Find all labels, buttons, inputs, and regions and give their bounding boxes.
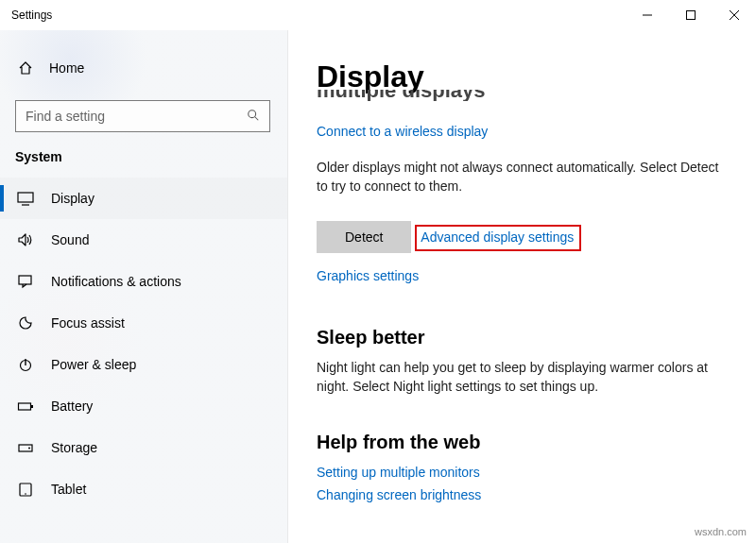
- minimize-icon: [643, 10, 652, 20]
- svg-rect-2: [18, 193, 33, 202]
- advanced-display-settings-link[interactable]: Advanced display settings: [421, 229, 574, 245]
- sidebar-item-label: Battery: [51, 399, 93, 414]
- sidebar-item-label: Sound: [51, 232, 89, 247]
- sidebar-item-notifications[interactable]: Notifications & actions: [0, 261, 287, 302]
- graphics-settings-link[interactable]: Graphics settings: [317, 268, 419, 283]
- detect-button[interactable]: Detect: [317, 221, 411, 253]
- focus-assist-icon: [17, 315, 34, 331]
- sidebar-item-label: Power & sleep: [51, 357, 136, 372]
- content-pane: Display multiple displays Connect to a w…: [288, 30, 756, 543]
- page-title: Display: [317, 60, 726, 93]
- sidebar-home-label: Home: [49, 60, 84, 76]
- close-icon: [730, 10, 739, 20]
- tablet-icon: [17, 482, 34, 497]
- svg-point-1: [249, 110, 256, 117]
- power-icon: [17, 357, 34, 372]
- help-link-multiple-monitors[interactable]: Setting up multiple monitors: [317, 465, 726, 480]
- svg-rect-5: [19, 403, 31, 410]
- help-link-screen-brightness[interactable]: Changing screen brightness: [317, 487, 726, 502]
- svg-point-10: [25, 493, 26, 495]
- partial-subheading: multiple displays: [317, 90, 726, 101]
- display-icon: [17, 191, 34, 206]
- svg-rect-0: [687, 11, 696, 20]
- window-title: Settings: [11, 8, 52, 22]
- sidebar-item-label: Focus assist: [51, 315, 125, 331]
- sidebar-item-label: Notifications & actions: [51, 274, 181, 289]
- svg-point-8: [28, 448, 30, 450]
- svg-rect-3: [19, 276, 31, 284]
- close-button[interactable]: [713, 0, 756, 30]
- storage-icon: [17, 440, 34, 455]
- search-icon: [247, 109, 260, 125]
- sidebar-home[interactable]: Home: [0, 49, 287, 87]
- sidebar-item-storage[interactable]: Storage: [0, 427, 287, 468]
- sidebar-item-tablet[interactable]: Tablet: [0, 468, 287, 510]
- search-input[interactable]: Find a setting: [15, 100, 270, 132]
- svg-rect-6: [31, 405, 33, 408]
- sidebar-section-header: System: [0, 132, 287, 178]
- minimize-button[interactable]: [626, 0, 669, 30]
- sidebar-item-sound[interactable]: Sound: [0, 219, 287, 261]
- watermark: wsxdn.com: [695, 526, 747, 537]
- maximize-button[interactable]: [669, 0, 713, 30]
- advanced-display-highlight: Advanced display settings: [415, 225, 581, 251]
- sidebar-item-label: Storage: [51, 440, 97, 455]
- sidebar-item-label: Display: [51, 191, 94, 206]
- search-placeholder: Find a setting: [26, 109, 105, 124]
- sidebar-navlist: Display Sound Notifications & actions Fo…: [0, 178, 287, 510]
- sidebar-item-display[interactable]: Display: [0, 178, 287, 219]
- home-icon: [17, 60, 34, 76]
- sleep-better-heading: Sleep better: [317, 327, 726, 348]
- sidebar: Home Find a setting System Display Sound: [0, 30, 288, 543]
- maximize-icon: [686, 10, 696, 20]
- titlebar: Settings: [0, 0, 756, 30]
- sidebar-item-focus-assist[interactable]: Focus assist: [0, 302, 287, 344]
- notifications-icon: [17, 274, 34, 289]
- battery-icon: [17, 399, 34, 414]
- sidebar-item-battery[interactable]: Battery: [0, 385, 287, 427]
- help-from-web-heading: Help from the web: [317, 432, 726, 453]
- detect-description: Older displays might not always connect …: [317, 158, 726, 196]
- sleep-better-description: Night light can help you get to sleep by…: [317, 358, 726, 397]
- connect-wireless-display-link[interactable]: Connect to a wireless display: [317, 124, 488, 139]
- sidebar-item-label: Tablet: [51, 482, 86, 497]
- sound-icon: [17, 232, 34, 247]
- sidebar-item-power-sleep[interactable]: Power & sleep: [0, 344, 287, 385]
